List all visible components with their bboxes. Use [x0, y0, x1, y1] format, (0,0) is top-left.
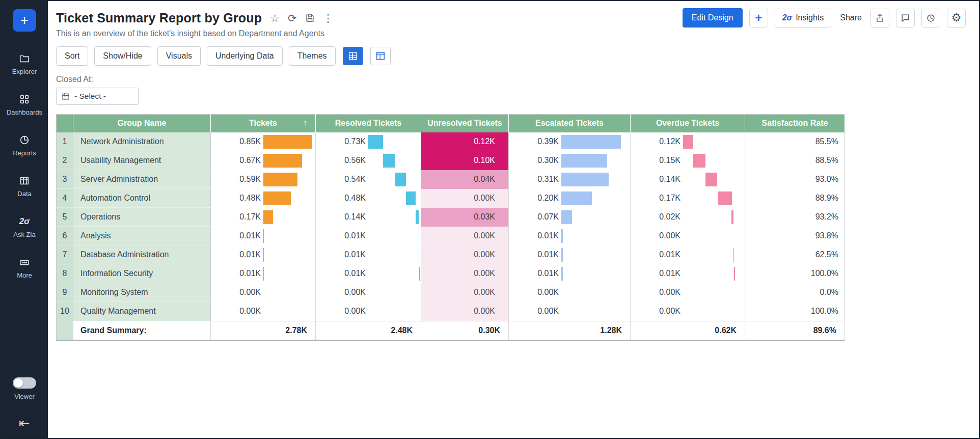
- favorite-star-icon[interactable]: ☆: [270, 13, 280, 23]
- table-row[interactable]: 7Database Administration0.01K0.01K0.00K0…: [57, 245, 845, 264]
- table-row[interactable]: 8Information Security0.01K0.01K0.00K0.01…: [57, 264, 845, 283]
- satisfaction-cell[interactable]: 100.0%: [745, 302, 845, 321]
- table-row[interactable]: 9Monitoring System0.00K0.00K0.00K0.00K0.…: [57, 283, 845, 302]
- tickets-cell[interactable]: 0.48K: [211, 189, 316, 208]
- overdue-cell[interactable]: 0.00K: [631, 283, 745, 302]
- sort-button[interactable]: Sort: [56, 46, 88, 66]
- escalated-cell[interactable]: 0.07K: [509, 208, 631, 227]
- tickets-cell[interactable]: 0.67K: [211, 151, 316, 170]
- column-header-satisfaction-rate[interactable]: Satisfaction Rate: [745, 115, 845, 132]
- unresolved-cell[interactable]: 0.12K: [421, 132, 509, 151]
- unresolved-cell[interactable]: 0.00K: [421, 227, 509, 245]
- unresolved-cell[interactable]: 0.10K: [421, 151, 509, 170]
- sidebar-item-ask-zia[interactable]: 2σ Ask Zia: [1, 207, 48, 248]
- resolved-cell[interactable]: 0.48K: [316, 189, 421, 208]
- satisfaction-cell[interactable]: 88.5%: [745, 151, 845, 170]
- themes-button[interactable]: Themes: [289, 46, 336, 66]
- column-header-tickets[interactable]: Tickets↑: [211, 115, 316, 132]
- escalated-cell[interactable]: 0.00K: [509, 283, 631, 302]
- group-name-cell[interactable]: Quality Management: [73, 302, 211, 321]
- overdue-cell[interactable]: 0.12K: [631, 132, 745, 151]
- resolved-cell[interactable]: 0.54K: [316, 170, 421, 189]
- tickets-cell[interactable]: 0.00K: [211, 283, 316, 302]
- overdue-cell[interactable]: 0.17K: [631, 189, 745, 208]
- sidebar-item-dashboards[interactable]: Dashboards: [1, 85, 48, 125]
- visuals-button[interactable]: Visuals: [157, 46, 201, 66]
- resolved-cell[interactable]: 0.73K: [316, 132, 421, 151]
- group-name-cell[interactable]: Analysis: [73, 227, 211, 245]
- save-icon[interactable]: [305, 13, 315, 23]
- column-header-overdue-tickets[interactable]: Overdue Tickets: [631, 115, 745, 132]
- overdue-cell[interactable]: 0.01K: [631, 245, 745, 264]
- sidebar-item-explorer[interactable]: Explorer: [1, 44, 48, 85]
- overdue-cell[interactable]: 0.02K: [631, 208, 745, 227]
- kebab-menu-icon[interactable]: ⋮: [323, 13, 334, 23]
- table-view-button[interactable]: [343, 47, 363, 65]
- escalated-cell[interactable]: 0.20K: [509, 189, 631, 208]
- add-button[interactable]: +: [749, 9, 768, 28]
- collapse-sidebar-icon[interactable]: ⇤: [19, 417, 30, 430]
- group-name-cell[interactable]: Database Administration: [73, 245, 211, 264]
- unresolved-cell[interactable]: 0.00K: [421, 283, 509, 302]
- overdue-cell[interactable]: 0.15K: [631, 151, 745, 170]
- tickets-cell[interactable]: 0.01K: [211, 245, 316, 264]
- overdue-cell[interactable]: 0.01K: [631, 264, 745, 283]
- satisfaction-cell[interactable]: 62.5%: [745, 245, 845, 264]
- table-row[interactable]: 3Server Administration0.59K0.54K0.04K0.3…: [57, 170, 845, 189]
- table-row[interactable]: 10Quality Management0.00K0.00K0.00K0.00K…: [57, 302, 845, 321]
- unresolved-cell[interactable]: 0.00K: [421, 302, 509, 321]
- resolved-cell[interactable]: 0.01K: [316, 227, 421, 245]
- viewer-toggle[interactable]: [13, 377, 36, 389]
- satisfaction-cell[interactable]: 0.0%: [745, 283, 845, 302]
- export-button[interactable]: [870, 9, 889, 28]
- escalated-cell[interactable]: 0.01K: [509, 264, 631, 283]
- tickets-cell[interactable]: 0.59K: [211, 170, 316, 189]
- column-header-unresolved-tickets[interactable]: Unresolved Tickets: [421, 115, 509, 132]
- settings-button[interactable]: ⚙: [947, 9, 966, 28]
- satisfaction-cell[interactable]: 93.2%: [745, 208, 845, 227]
- unresolved-cell[interactable]: 0.03K: [421, 208, 509, 227]
- tickets-cell[interactable]: 0.01K: [211, 227, 316, 245]
- comments-button[interactable]: [896, 9, 915, 28]
- edit-design-button[interactable]: Edit Design: [683, 8, 743, 28]
- escalated-cell[interactable]: 0.30K: [509, 151, 631, 170]
- resolved-cell[interactable]: 0.00K: [316, 302, 421, 321]
- escalated-cell[interactable]: 0.01K: [509, 227, 631, 245]
- tickets-cell[interactable]: 0.85K: [211, 132, 316, 151]
- column-header-escalated-tickets[interactable]: Escalated Tickets: [509, 115, 631, 132]
- group-name-cell[interactable]: Server Administration: [73, 170, 211, 189]
- table-row[interactable]: 1Network Administration0.85K0.73K0.12K0.…: [57, 132, 845, 151]
- resolved-cell[interactable]: 0.14K: [316, 208, 421, 227]
- column-header-resolved-tickets[interactable]: Resolved Tickets: [316, 115, 421, 132]
- sidebar-item-data[interactable]: Data: [1, 166, 48, 207]
- underlying-data-button[interactable]: Underlying Data: [207, 46, 283, 66]
- tickets-cell[interactable]: 0.17K: [211, 208, 316, 227]
- escalated-cell[interactable]: 0.31K: [509, 170, 631, 189]
- resolved-cell[interactable]: 0.01K: [316, 264, 421, 283]
- closed-at-select[interactable]: - Select -: [56, 88, 139, 105]
- resolved-cell[interactable]: 0.01K: [316, 245, 421, 264]
- history-button[interactable]: [921, 9, 940, 28]
- show-hide-button[interactable]: Show/Hide: [94, 46, 151, 66]
- group-name-cell[interactable]: Operations: [73, 208, 211, 227]
- table-row[interactable]: 4Automation Control0.48K0.48K0.00K0.20K0…: [57, 189, 845, 208]
- tickets-cell[interactable]: 0.01K: [211, 264, 316, 283]
- resolved-cell[interactable]: 0.56K: [316, 151, 421, 170]
- group-name-cell[interactable]: Automation Control: [73, 189, 211, 208]
- resolved-cell[interactable]: 0.00K: [316, 283, 421, 302]
- tickets-cell[interactable]: 0.00K: [211, 302, 316, 321]
- unresolved-cell[interactable]: 0.00K: [421, 245, 509, 264]
- create-new-button[interactable]: +: [13, 9, 36, 32]
- overdue-cell[interactable]: 0.00K: [631, 302, 745, 321]
- sidebar-item-reports[interactable]: Reports: [1, 125, 48, 166]
- group-name-cell[interactable]: Information Security: [73, 264, 211, 283]
- satisfaction-cell[interactable]: 85.5%: [745, 132, 845, 151]
- unresolved-cell[interactable]: 0.04K: [421, 170, 509, 189]
- satisfaction-cell[interactable]: 93.0%: [745, 170, 845, 189]
- refresh-icon[interactable]: ⟳: [288, 13, 297, 23]
- overdue-cell[interactable]: 0.00K: [631, 227, 745, 245]
- unresolved-cell[interactable]: 0.00K: [421, 189, 509, 208]
- escalated-cell[interactable]: 0.01K: [509, 245, 631, 264]
- share-button[interactable]: Share: [838, 13, 864, 22]
- overdue-cell[interactable]: 0.14K: [631, 170, 745, 189]
